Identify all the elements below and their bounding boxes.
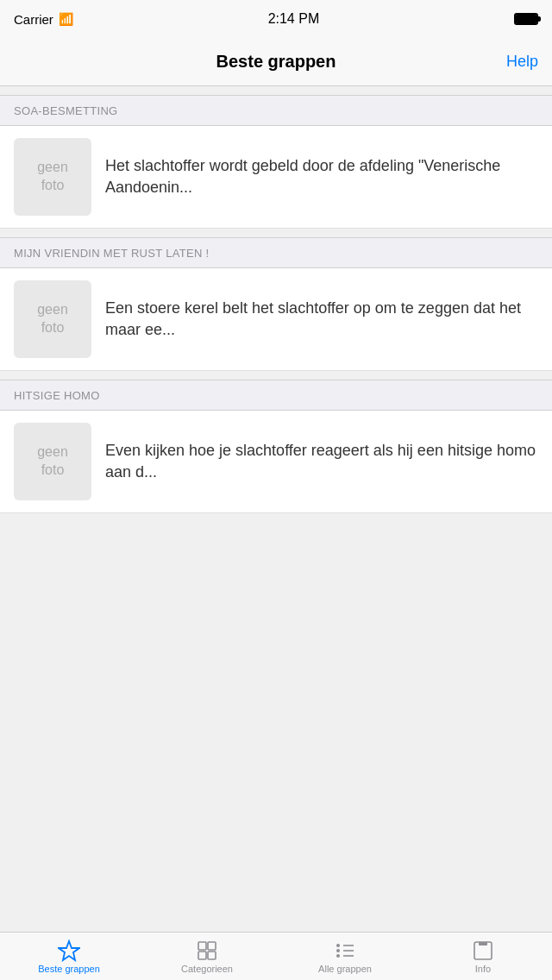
list-item-soa-1[interactable]: geenfoto Het slachtoffer wordt gebeld do… [0,126,552,229]
tab-info[interactable]: Info [414,933,552,980]
item-text-vriendin-1: Een stoere kerel belt het slachtoffer op… [105,298,538,341]
section-header-homo: HITSIGE HOMO [0,380,552,411]
tab-label-beste-grappen: Beste grappen [38,964,100,974]
geen-foto-label-vriendin-1: geenfoto [37,301,68,337]
list-item-vriendin-1[interactable]: geenfoto Een stoere kerel belt het slach… [0,268,552,371]
svg-rect-2 [208,942,216,950]
list-item-homo-1[interactable]: geenfoto Even kijken hoe je slachtoffer … [0,411,552,513]
svg-point-6 [336,949,340,952]
help-button[interactable]: Help [506,53,538,71]
content-area: SOA-BESMETTING geenfoto Het slachtoffer … [0,86,552,932]
svg-point-5 [336,944,340,947]
svg-marker-0 [59,941,79,960]
svg-rect-12 [479,942,487,945]
section-header-vriendin: MIJN VRIENDIN MET RUST LATEN ! [0,237,552,268]
svg-rect-1 [198,942,206,950]
status-left: Carrier 📶 [14,12,73,27]
info-icon [472,939,494,962]
battery-icon [514,13,538,25]
nav-title: Beste grappen [216,52,336,72]
status-time: 2:14 PM [268,11,320,27]
section-header-vriendin-label: MIJN VRIENDIN MET RUST LATEN ! [14,247,209,260]
tab-label-info: Info [475,964,491,974]
tab-label-alle-grappen: Alle grappen [318,964,372,974]
section-header-soa-label: SOA-BESMETTING [14,104,118,117]
nav-bar: Beste grappen Help [0,38,552,86]
tab-beste-grappen[interactable]: Beste grappen [0,933,138,980]
status-bar: Carrier 📶 2:14 PM [0,0,552,38]
svg-point-7 [336,954,340,958]
geen-foto-label-homo-1: geenfoto [37,443,68,480]
thumbnail-homo-1: geenfoto [14,423,91,500]
wifi-icon: 📶 [59,12,73,26]
tab-bar: Beste grappen Categorieen Alle grappen I… [0,932,552,980]
geen-foto-label-soa-1: geenfoto [37,159,68,195]
section-header-homo-label: HITSIGE HOMO [14,389,100,402]
thumbnail-soa-1: geenfoto [14,138,91,216]
carrier-label: Carrier [14,12,53,27]
tab-categorieen[interactable]: Categorieen [138,933,276,980]
section-header-soa: SOA-BESMETTING [0,95,552,126]
thumbnail-vriendin-1: geenfoto [14,280,91,358]
item-text-homo-1: Even kijken hoe je slachtoffer reageert … [105,440,538,483]
item-text-soa-1: Het slachtoffer wordt gebeld door de afd… [105,155,538,198]
alle-grappen-icon [334,939,356,962]
star-icon [58,939,80,962]
svg-rect-3 [198,952,206,959]
status-right [514,13,538,25]
svg-rect-4 [208,952,216,959]
tab-label-categorieen: Categorieen [181,964,233,974]
categorieen-icon [196,939,218,962]
tab-alle-grappen[interactable]: Alle grappen [276,933,414,980]
